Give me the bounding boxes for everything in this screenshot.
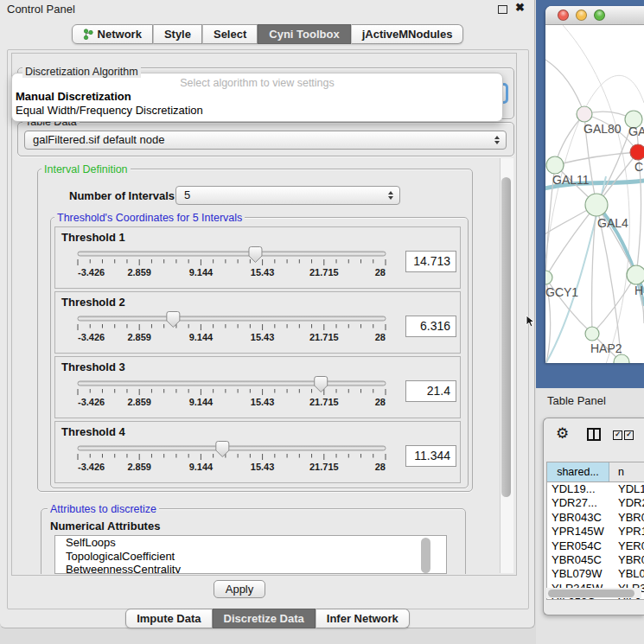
svg-text:28: 28	[375, 332, 386, 342]
network-node[interactable]	[545, 271, 552, 284]
table-panel-window: ⚙ ✓ ✓ shared... n YDL19...YDL1YDR27...YD…	[543, 418, 644, 615]
cell-shared-name: YPR145W	[547, 525, 614, 539]
number-of-intervals-combobox[interactable]: 5	[175, 186, 400, 205]
checkbox-icon[interactable]: ✓	[624, 430, 634, 440]
tab-select[interactable]: Select	[202, 24, 258, 44]
number-of-intervals-label: Number of Intervals	[69, 189, 175, 202]
tab-impute-data[interactable]: Impute Data	[125, 609, 212, 628]
svg-text:2.859: 2.859	[127, 397, 151, 407]
tab-jactivemnodules[interactable]: jActiveMNodules	[351, 24, 464, 44]
threshold-slider[interactable]: -3.4262.8599.14415.4321.71528	[62, 441, 408, 481]
close-icon[interactable]: ✖	[515, 1, 525, 14]
threshold-value-field[interactable]: 14.713	[405, 251, 456, 272]
tab-infer-network[interactable]: Infer Network	[316, 609, 410, 628]
network-node[interactable]	[627, 265, 644, 284]
table-row[interactable]: YPR145WYPR1	[547, 525, 644, 539]
table-row[interactable]: YER054CYER0	[547, 539, 644, 553]
apply-button[interactable]: Apply	[214, 580, 265, 598]
table-hscrollbar-thumb[interactable]	[548, 590, 634, 597]
tab-label: Style	[164, 28, 191, 41]
slider-thumb[interactable]	[315, 377, 328, 392]
threshold-value-field[interactable]: 6.316	[405, 316, 456, 337]
mac-close-icon[interactable]	[558, 10, 569, 21]
table-data-combobox[interactable]: galFiltered.sif default node	[24, 131, 507, 150]
slider-thumb[interactable]	[167, 312, 180, 328]
float-window-icon[interactable]	[498, 5, 507, 14]
table-row[interactable]: YBR043CYBR0	[547, 511, 644, 525]
algorithm-popup: Select algorithm to view settings Manual…	[11, 73, 503, 122]
threshold-item: Threshold 3-3.4262.8599.14415.4321.71528…	[54, 356, 461, 418]
network-icon	[83, 29, 93, 40]
svg-text:9.144: 9.144	[189, 462, 214, 472]
network-node[interactable]	[585, 194, 608, 216]
tab-cyni-toolbox[interactable]: Cyni Toolbox	[258, 24, 350, 44]
svg-text:28: 28	[375, 267, 386, 277]
svg-text:-3.426: -3.426	[78, 397, 105, 407]
threshold-item: Threshold 4-3.4262.8599.14415.4321.71528…	[54, 421, 461, 483]
slider-thumb[interactable]	[216, 442, 229, 457]
control-panel-title: Control Panel	[7, 3, 75, 16]
list-scrollbar-thumb[interactable]	[421, 538, 430, 573]
cell-name: YBR0	[614, 553, 644, 567]
table-row[interactable]: YDL19...YDL1	[547, 482, 644, 496]
threshold-slider[interactable]: -3.4262.8599.14415.4321.71528	[62, 376, 408, 416]
threshold-slider[interactable]: -3.4262.8599.14415.4321.71528	[62, 311, 408, 351]
mac-zoom-icon[interactable]	[594, 10, 605, 21]
svg-text:21.715: 21.715	[309, 332, 339, 342]
cell-shared-name: YBR045C	[547, 553, 614, 567]
table-hscrollbar-track[interactable]	[546, 588, 641, 598]
svg-text:28: 28	[375, 397, 386, 407]
table-row[interactable]: YBR045CYBR0	[547, 553, 644, 567]
checkbox-icon[interactable]: ✓	[613, 430, 622, 440]
cell-shared-name: YBL079W	[547, 567, 614, 581]
mac-minimize-icon[interactable]	[576, 10, 587, 21]
network-node[interactable]	[577, 106, 592, 122]
network-node-label: GAL4	[597, 216, 628, 230]
column-header-shared[interactable]: shared...	[547, 462, 609, 481]
number-of-intervals-value: 5	[184, 188, 190, 201]
numerical-attributes-label: Numerical Attributes	[50, 520, 160, 532]
network-view[interactable]: GAL80GACGAL11GAL4GCY1HHAP2	[545, 25, 644, 363]
split-columns-icon[interactable]	[587, 428, 601, 441]
table-row[interactable]: YDR27...YDR2	[547, 496, 644, 510]
svg-text:2.859: 2.859	[127, 332, 151, 342]
network-node[interactable]	[614, 354, 629, 363]
attribute-item[interactable]: SelfLoops	[55, 536, 446, 550]
table-header-row: shared... n	[547, 462, 644, 482]
network-node[interactable]	[630, 144, 644, 160]
network-node-label: GAL11	[552, 173, 590, 187]
slider-thumb[interactable]	[249, 247, 262, 263]
control-panel-tabs: NetworkStyleSelectCyni ToolboxjActiveMNo…	[0, 24, 535, 44]
popup-item-manual[interactable]: Manual Discretization	[16, 90, 131, 103]
svg-text:-3.426: -3.426	[78, 462, 105, 472]
svg-text:9.144: 9.144	[189, 397, 214, 407]
svg-text:15.43: 15.43	[251, 397, 275, 407]
tab-label: Select	[214, 28, 246, 41]
threshold-value-field[interactable]: 11.344	[405, 445, 456, 467]
attribute-item[interactable]: BetweennessCentrality	[55, 563, 446, 574]
tab-discretize-data[interactable]: Discretize Data	[213, 609, 316, 628]
network-node-label: HAP2	[590, 341, 622, 355]
threshold-label: Threshold 4	[61, 425, 125, 438]
numerical-attributes-list[interactable]: SelfLoopsTopologicalCoefficientBetweenne…	[54, 535, 447, 574]
popup-item-equal-width[interactable]: Equal Width/Frequency Discretization	[16, 104, 203, 117]
tab-network[interactable]: Network	[72, 24, 153, 44]
svg-text:21.715: 21.715	[309, 397, 339, 407]
network-node[interactable]	[546, 156, 564, 174]
network-node[interactable]	[585, 327, 599, 341]
network-node-label: H	[634, 284, 643, 297]
cell-name: YER0	[614, 539, 644, 553]
cell-shared-name: YBR043C	[547, 511, 614, 525]
table-row[interactable]: YBL079WYBL0	[547, 567, 644, 581]
column-header-name[interactable]: n	[609, 462, 644, 481]
threshold-value-field[interactable]: 21.4	[405, 380, 456, 402]
threshold-slider[interactable]: -3.4262.8599.14415.4321.71528	[62, 246, 408, 286]
table-data-value: galFiltered.sif default node	[33, 133, 164, 146]
settings-scrollbar-thumb[interactable]	[501, 177, 511, 497]
gear-icon[interactable]: ⚙	[556, 424, 569, 442]
attribute-item[interactable]: TopologicalCoefficient	[55, 550, 446, 564]
attributes-group-title: Attributes to discretize	[48, 503, 159, 515]
svg-text:-3.426: -3.426	[78, 332, 105, 342]
tab-style[interactable]: Style	[153, 24, 202, 44]
cell-shared-name: YER054C	[547, 539, 614, 553]
